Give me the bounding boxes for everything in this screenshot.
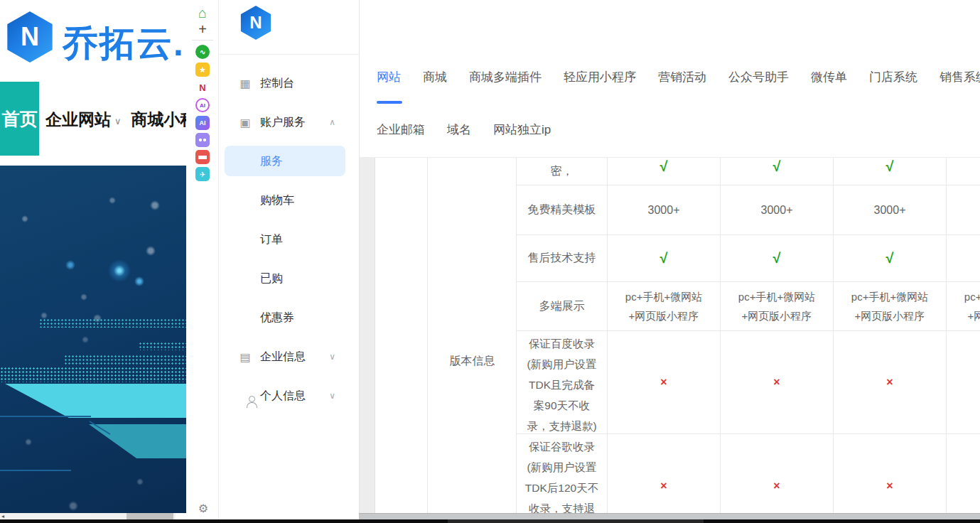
row-label-google-index: 保证谷歌收录 (新购用户设置 TDK后120天不 收录，支持退 [517, 434, 608, 513]
table-row: 保证百度收录 (新购用户设置 TDK且完成备 案90天不收 录，支持退款) × … [517, 331, 980, 434]
row-label-multi-display: 多端展示 [517, 282, 608, 331]
dashboard-grid-icon: ▦ [239, 77, 252, 90]
table-row: 保证谷歌收录 (新购用户设置 TDK后120天不 收录，支持退 × × × [517, 434, 980, 513]
pixel-text-row [64, 355, 186, 366]
add-icon[interactable]: + [195, 22, 210, 36]
tab-micro-flyer[interactable]: 微传单 [811, 69, 847, 85]
tab-store-system[interactable]: 门店系统 [869, 69, 917, 85]
nav-home-link[interactable]: 首页 [0, 82, 39, 156]
pixel-text-row [139, 342, 186, 350]
mini-program-icon[interactable]: ∿ [195, 45, 210, 59]
tab-row-secondary: 企业邮箱 域名 网站独立ip [377, 122, 551, 138]
row-label-ssl: （全站https加密， 具备SSL证书) [517, 158, 608, 185]
sidebar-subitem-purchased[interactable]: 已购 [260, 270, 345, 287]
building-icon: ▤ [239, 350, 252, 364]
product-tab-header: 网站 商城 商城多端插件 轻应用小程序 营销活动 公众号助手 微传单 门店系统 … [360, 0, 980, 158]
tab-mall[interactable]: 商城 [423, 69, 447, 85]
cell-value-clipped [947, 434, 980, 513]
cell-value: 3000+ [721, 185, 834, 235]
nav-mall-miniprogram-link[interactable]: 商城小程序 [131, 109, 186, 131]
ai-circle-icon[interactable]: AI [195, 98, 210, 112]
circuit-line [0, 470, 71, 471]
admin-sidebar: N ▦ 控制台 ▣ 账户服务 ∧ 服务 购物车 订单 已购 优惠券 ▤ 企业信息… [219, 0, 360, 519]
home-icon[interactable]: ⌂ [195, 6, 210, 20]
cyan-ribbon-shape [0, 384, 186, 418]
chevron-down-icon: ∨ [114, 116, 122, 126]
favorites-star-icon[interactable]: ★ [195, 63, 210, 77]
cube-icon: ▣ [239, 116, 252, 129]
cell-value: pc+手机+微网站+网页版小程序 [834, 282, 947, 331]
media-clapper-icon[interactable]: ✈ [195, 167, 210, 181]
table-clipped-category-column [360, 158, 375, 513]
row-label-baidu-index: 保证百度收录 (新购用户设置 TDK且完成备 案90天不收 录，支持退款) [517, 331, 608, 434]
rail-divider [192, 40, 213, 41]
tab-domain[interactable]: 域名 [447, 122, 471, 138]
scroll-left-arrow-icon[interactable]: ◂ [1, 513, 4, 519]
brand-logo-icon[interactable]: N [4, 11, 55, 63]
cell-value: √ [608, 158, 721, 185]
cell-value: × [721, 331, 834, 434]
pixel-text-row [0, 367, 186, 382]
cell-value: pc+手机+微网站+网页版小程序 [721, 282, 834, 331]
tab-official-account[interactable]: 公众号助手 [728, 69, 789, 85]
active-tab-underline [377, 101, 402, 104]
tab-website[interactable]: 网站 [377, 69, 401, 85]
cell-value-clipped [947, 235, 980, 282]
bottom-bar-segment [448, 519, 704, 523]
table-row: 售后技术支持 √ √ √ [517, 235, 980, 282]
tab-enterprise-mail[interactable]: 企业邮箱 [377, 122, 425, 138]
tab-sales-system[interactable]: 销售系统 [939, 69, 980, 85]
robot-icon[interactable] [195, 133, 210, 147]
sidebar-item-console[interactable]: ▦ 控制台 [219, 72, 360, 94]
sidebar-header-divider [219, 54, 360, 55]
admin-logo-icon[interactable]: N [239, 6, 273, 40]
cell-value-clipped [947, 158, 980, 185]
hero-banner-image [0, 166, 186, 513]
sidebar-subitem-orders[interactable]: 订单 [260, 231, 345, 248]
sidebar-item-account-services[interactable]: ▣ 账户服务 ∧ [219, 112, 360, 133]
chevron-down-icon: ∨ [329, 391, 335, 401]
page-horizontal-scrollbar[interactable]: ◂ [0, 513, 176, 519]
gamepad-icon[interactable] [195, 150, 210, 164]
brand-name: 乔拓云. [63, 20, 185, 68]
tab-marketing[interactable]: 营销活动 [658, 69, 706, 85]
table-empty-merged-column [375, 158, 428, 513]
cell-value: × [608, 331, 721, 434]
sidebar-subitem-service[interactable]: 服务 [260, 153, 345, 170]
table-row: 多端展示 pc+手机+微网站+网页版小程序 pc+手机+微网站+网页版小程序 p… [517, 282, 980, 331]
scrollbar-thumb[interactable] [126, 513, 173, 519]
site-nav-links: 企业网站 ∨ 商城小程序 [45, 105, 186, 134]
site-header: N 乔拓云. [0, 0, 186, 82]
main-panel: 网站 商城 商城多端插件 轻应用小程序 营销活动 公众号助手 微传单 门店系统 … [360, 0, 980, 523]
cell-value-clipped [947, 185, 980, 235]
brand-logo-letter: N [21, 22, 39, 52]
tab-light-app[interactable]: 轻应用小程序 [564, 69, 636, 85]
tab-mall-plugin[interactable]: 商城多端插件 [469, 69, 542, 85]
chevron-down-icon: ∨ [329, 352, 335, 362]
cell-value: √ [834, 158, 947, 185]
row-label-templates: 免费精美模板 [517, 185, 608, 235]
cell-value: × [834, 434, 947, 513]
sidebar-item-personal-info[interactable]: 个人信息 ∨ [219, 385, 360, 406]
chevron-up-icon: ∧ [329, 117, 335, 127]
network-graph-icon[interactable]: N [195, 80, 210, 95]
tab-independent-ip[interactable]: 网站独立ip [493, 122, 551, 138]
nav-company-site-link[interactable]: 企业网站 [45, 109, 111, 131]
cell-value-clipped [947, 331, 980, 434]
cell-value: √ [721, 235, 834, 282]
site-navbar: 首页 企业网站 ∨ 商城小程序 [0, 82, 186, 166]
table-row: 免费精美模板 3000+ 3000+ 3000+ [517, 185, 980, 235]
sidebar-item-company-info[interactable]: ▤ 企业信息 ∨ [219, 346, 360, 367]
app-rail: ⌂ + ∿ ★ N AI AI ✈ ⚙ [186, 0, 219, 519]
pixel-text-row [39, 318, 186, 328]
cell-value: √ [608, 235, 721, 282]
ai-square-icon[interactable]: AI [195, 116, 210, 130]
tab-row-primary: 网站 商城 商城多端插件 轻应用小程序 营销活动 公众号助手 微传单 门店系统 … [377, 69, 980, 85]
sidebar-subitem-coupons[interactable]: 优惠券 [260, 309, 345, 326]
cell-value: × [721, 434, 834, 513]
table-horizontal-scrollbar[interactable] [359, 513, 980, 519]
settings-gear-icon[interactable]: ⚙ [196, 501, 210, 515]
sidebar-subitem-cart[interactable]: 购物车 [260, 192, 345, 209]
sidebar-item-label: 企业信息 [260, 350, 306, 365]
sidebar-item-label: 个人信息 [260, 389, 306, 404]
